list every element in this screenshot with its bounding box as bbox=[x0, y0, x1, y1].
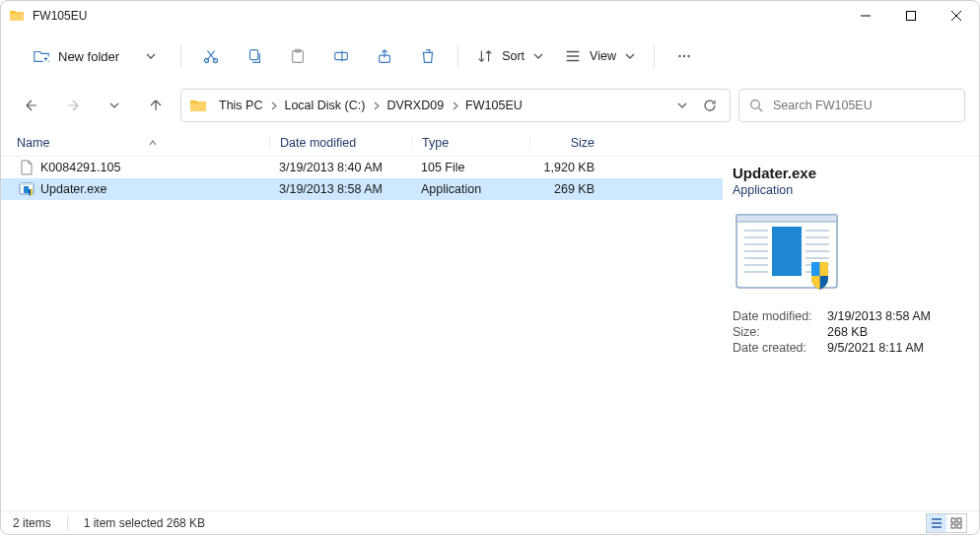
separator bbox=[654, 44, 655, 68]
search-box[interactable] bbox=[738, 89, 965, 122]
property-key: Date modified: bbox=[733, 309, 817, 323]
details-pane: Updater.exe Application Date modified:3/… bbox=[723, 157, 979, 510]
view-mode-toggle bbox=[926, 513, 967, 533]
application-icon bbox=[19, 181, 35, 197]
delete-button[interactable] bbox=[408, 38, 448, 74]
breadcrumb-item[interactable]: This PC bbox=[215, 99, 266, 112]
svg-point-14 bbox=[683, 55, 685, 57]
svg-rect-40 bbox=[951, 524, 955, 528]
content-area: K0084291.1053/19/2013 8:40 AM105 File1,9… bbox=[1, 157, 979, 510]
column-header-name[interactable]: Name bbox=[1, 136, 269, 150]
svg-rect-38 bbox=[951, 518, 955, 522]
refresh-button[interactable] bbox=[696, 92, 724, 119]
separator bbox=[180, 44, 181, 68]
title-bar: FW105EU bbox=[1, 1, 979, 31]
file-icon bbox=[19, 160, 35, 175]
recent-locations-button[interactable] bbox=[98, 89, 131, 122]
toolbar: New folder Sort View bbox=[1, 31, 979, 82]
property-key: Date created: bbox=[733, 341, 817, 355]
window-title: FW105EU bbox=[33, 9, 87, 23]
share-icon bbox=[376, 47, 393, 65]
column-header-size[interactable]: Size bbox=[529, 136, 604, 150]
sort-ascending-icon bbox=[148, 138, 158, 148]
new-dropdown-button[interactable] bbox=[131, 38, 171, 74]
rename-button[interactable] bbox=[321, 38, 361, 74]
property-value: 9/5/2021 8:11 AM bbox=[827, 341, 924, 355]
breadcrumb-item[interactable]: DVRXD09 bbox=[383, 99, 448, 112]
scissors-icon bbox=[202, 47, 220, 65]
svg-point-13 bbox=[678, 55, 680, 57]
address-bar[interactable]: This PC Local Disk (C:) DVRXD09 FW105EU bbox=[180, 89, 731, 122]
svg-line-17 bbox=[759, 108, 763, 112]
share-button[interactable] bbox=[365, 38, 404, 74]
paste-icon bbox=[289, 47, 307, 65]
back-button[interactable] bbox=[15, 89, 48, 122]
svg-point-16 bbox=[751, 100, 760, 109]
forward-button[interactable] bbox=[56, 89, 90, 122]
property-value: 3/19/2013 8:58 AM bbox=[827, 309, 931, 323]
svg-rect-39 bbox=[957, 518, 961, 522]
chevron-right-icon[interactable] bbox=[266, 101, 280, 110]
svg-rect-1 bbox=[907, 12, 916, 21]
paste-button[interactable] bbox=[278, 38, 317, 74]
more-button[interactable] bbox=[665, 38, 704, 74]
view-icon bbox=[564, 47, 582, 65]
close-button[interactable] bbox=[934, 1, 979, 31]
file-row[interactable]: Updater.exe3/19/2013 8:58 AMApplication2… bbox=[1, 178, 723, 200]
svg-rect-37 bbox=[772, 227, 802, 276]
details-view-button[interactable] bbox=[927, 514, 946, 532]
svg-rect-7 bbox=[250, 50, 258, 60]
search-icon bbox=[749, 99, 763, 112]
svg-rect-41 bbox=[957, 524, 961, 528]
chevron-right-icon[interactable] bbox=[369, 101, 383, 110]
svg-rect-10 bbox=[335, 52, 348, 59]
chevron-right-icon[interactable] bbox=[448, 101, 461, 110]
file-type: Application bbox=[411, 182, 529, 196]
file-date: 3/19/2013 8:58 AM bbox=[269, 182, 411, 196]
details-filetype: Application bbox=[733, 183, 959, 197]
cut-button[interactable] bbox=[191, 38, 231, 74]
trash-icon bbox=[419, 47, 437, 65]
file-name: K0084291.105 bbox=[40, 161, 120, 174]
new-folder-icon bbox=[33, 47, 50, 65]
separator bbox=[457, 44, 458, 68]
ellipsis-icon bbox=[675, 47, 693, 65]
view-label: View bbox=[590, 49, 616, 63]
details-property: Date modified:3/19/2013 8:58 AM bbox=[733, 309, 959, 323]
thumbnails-view-button[interactable] bbox=[946, 514, 966, 532]
details-filename: Updater.exe bbox=[733, 165, 959, 181]
details-property: Size:268 KB bbox=[733, 325, 959, 339]
status-selection: 1 item selected 268 KB bbox=[84, 516, 205, 530]
property-key: Size: bbox=[733, 325, 817, 339]
up-button[interactable] bbox=[139, 89, 173, 122]
column-headers: Name Date modified Type Size bbox=[1, 129, 979, 157]
svg-point-15 bbox=[687, 55, 689, 57]
breadcrumb-item[interactable]: FW105EU bbox=[461, 99, 526, 112]
property-value: 268 KB bbox=[827, 325, 868, 339]
file-row[interactable]: K0084291.1053/19/2013 8:40 AM105 File1,9… bbox=[1, 157, 723, 178]
breadcrumb-item[interactable]: Local Disk (C:) bbox=[280, 99, 369, 112]
svg-rect-22 bbox=[736, 215, 837, 222]
sort-button[interactable]: Sort bbox=[468, 38, 552, 74]
copy-button[interactable] bbox=[235, 38, 274, 74]
status-item-count: 2 items bbox=[13, 516, 51, 530]
details-property: Date created:9/5/2021 8:11 AM bbox=[733, 341, 959, 355]
status-bar: 2 items 1 item selected 268 KB bbox=[1, 510, 979, 534]
file-size: 1,920 KB bbox=[529, 161, 604, 174]
view-button[interactable]: View bbox=[556, 38, 644, 74]
maximize-button[interactable] bbox=[888, 1, 934, 31]
copy-icon bbox=[245, 47, 263, 65]
file-name: Updater.exe bbox=[40, 182, 106, 196]
nav-row: This PC Local Disk (C:) DVRXD09 FW105EU bbox=[1, 82, 979, 129]
folder-icon bbox=[9, 8, 25, 24]
svg-rect-19 bbox=[20, 183, 34, 185]
address-dropdown-button[interactable] bbox=[668, 92, 696, 119]
sort-label: Sort bbox=[502, 49, 525, 63]
search-input[interactable] bbox=[773, 99, 954, 112]
minimize-button[interactable] bbox=[843, 1, 888, 31]
new-folder-button[interactable]: New folder bbox=[25, 38, 127, 74]
column-header-type[interactable]: Type bbox=[411, 136, 529, 150]
folder-icon bbox=[189, 97, 207, 114]
details-thumbnail bbox=[733, 211, 841, 292]
column-header-date[interactable]: Date modified bbox=[269, 136, 411, 150]
